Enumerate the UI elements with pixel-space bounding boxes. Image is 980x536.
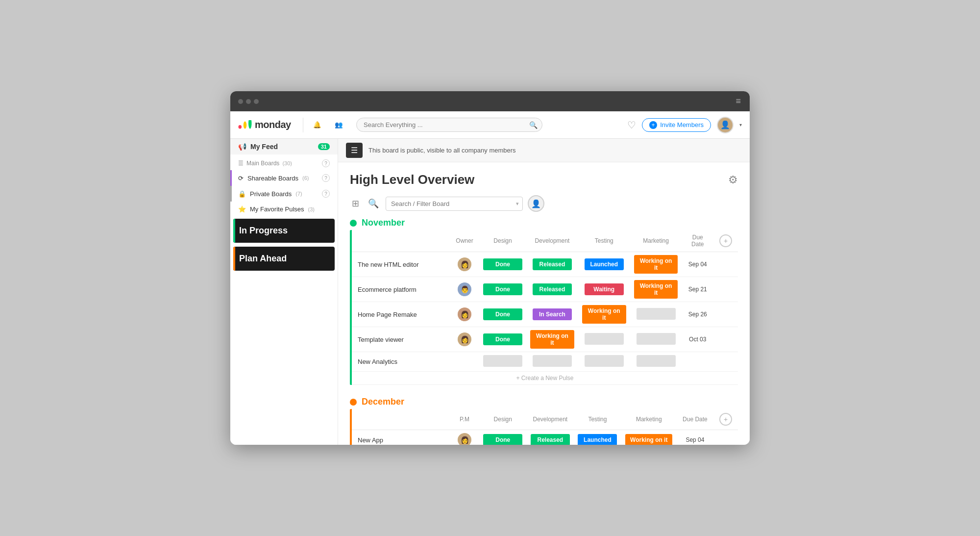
col-duedate-november: Due Date: [682, 230, 713, 252]
row-development-cell[interactable]: [526, 352, 578, 372]
row-development-cell[interactable]: Released: [526, 252, 578, 277]
sidebar-favorite-pulses[interactable]: ⭐ My Favorite Pulses (3): [230, 202, 338, 217]
list-icon: ☰: [238, 160, 244, 167]
browser-menu-icon: ≡: [735, 96, 742, 106]
private-boards-label: Private Boards: [250, 190, 292, 198]
row-marketing-cell[interactable]: [630, 327, 682, 352]
row-extra-cell: [713, 277, 738, 302]
row-avatar-cell: 👩: [450, 252, 479, 277]
notification-bell-button[interactable]: 🔔: [309, 117, 325, 133]
row-marketing-cell[interactable]: Working on it: [630, 252, 682, 277]
search-filter-icon: 🔍: [368, 199, 379, 208]
shareable-boards-count: (6): [302, 175, 309, 181]
sidebar-private-boards[interactable]: 🔒 Private Boards (7) ?: [230, 186, 338, 202]
group-dot-december: [350, 399, 357, 406]
favorites-heart-button[interactable]: ♡: [627, 119, 636, 131]
row-testing-cell[interactable]: Launched: [574, 430, 621, 445]
browser-window: ≡ monday 🔔 👥: [230, 91, 750, 445]
status-pill: Released: [533, 258, 572, 270]
search-input[interactable]: [356, 118, 542, 132]
row-due-date-cell: Sep 21: [682, 277, 713, 302]
add-column-button-december[interactable]: +: [719, 413, 732, 426]
board-settings-button[interactable]: ⚙: [728, 174, 738, 186]
board-header: High Level Overview ⚙: [338, 162, 750, 192]
svg-point-1: [244, 121, 247, 128]
group-header-december: December: [350, 397, 738, 407]
row-marketing-cell[interactable]: [630, 302, 682, 327]
owner-avatar: 👩: [458, 332, 471, 346]
row-development-cell[interactable]: Working on it: [526, 327, 578, 352]
row-extra-cell: [713, 252, 738, 277]
row-design-cell[interactable]: Done: [479, 252, 526, 277]
row-development-cell[interactable]: In Search: [526, 302, 578, 327]
row-name-cell[interactable]: New Analytics: [352, 352, 450, 372]
team-icon: 👥: [335, 121, 343, 128]
group-title-november: November: [362, 218, 405, 228]
table-row: Template viewer👩DoneWorking on itOct 03: [352, 327, 738, 352]
main-boards-help-icon[interactable]: ?: [322, 159, 330, 167]
create-pulse-november[interactable]: + Create a New Pulse: [352, 372, 738, 385]
row-development-cell[interactable]: Released: [527, 430, 574, 445]
person-filter-button[interactable]: 👤: [528, 195, 544, 212]
status-pill: Working on it: [582, 305, 626, 324]
row-marketing-cell[interactable]: [630, 352, 682, 372]
status-pill: Working on it: [625, 434, 672, 445]
filter-board-input[interactable]: [386, 197, 523, 211]
row-testing-cell[interactable]: [578, 327, 630, 352]
team-members-button[interactable]: 👥: [331, 117, 346, 133]
november-table: Owner Design Development Testing Marketi…: [352, 230, 738, 385]
hamburger-icon: ☰: [351, 146, 358, 154]
top-header: monday 🔔 👥 🔍 ♡ + Invite Members: [230, 111, 750, 139]
col-development-november: Development: [526, 230, 578, 252]
col-duedate-december: Due Date: [677, 409, 713, 430]
row-marketing-cell[interactable]: Working on it: [630, 277, 682, 302]
row-testing-cell[interactable]: Working on it: [578, 302, 630, 327]
main-boards-count: (30): [282, 160, 292, 166]
row-name-cell[interactable]: The new HTML editor: [352, 252, 450, 277]
row-name-cell[interactable]: Ecommerce platform: [352, 277, 450, 302]
sidebar-shareable-boards[interactable]: ⟳ Shareable Boards (6) ?: [230, 170, 338, 186]
group-dot-november: [350, 220, 357, 227]
row-testing-cell[interactable]: Launched: [578, 252, 630, 277]
hamburger-menu-button[interactable]: ☰: [346, 143, 363, 158]
row-design-cell[interactable]: Done: [479, 430, 527, 445]
row-design-cell[interactable]: [479, 352, 526, 372]
status-pill: Working on it: [530, 330, 574, 349]
sidebar-main-boards[interactable]: ☰ Main Boards (30) ?: [230, 154, 338, 170]
speaker-icon: 📢: [238, 143, 246, 151]
row-avatar-cell: 👨: [450, 277, 479, 302]
private-boards-count: (7): [295, 191, 302, 197]
user-avatar[interactable]: 👤: [717, 117, 734, 133]
row-design-cell[interactable]: Done: [479, 327, 526, 352]
row-design-cell[interactable]: Done: [479, 302, 526, 327]
invite-plus-icon: +: [649, 121, 657, 129]
group-section-november: November Owner Design Devel: [350, 218, 738, 385]
row-due-date-cell: [682, 352, 713, 372]
view-toggle-button[interactable]: ⊞: [350, 196, 361, 211]
my-feed-label: My Feed: [250, 143, 278, 151]
status-empty: [637, 333, 676, 345]
row-testing-cell[interactable]: Waiting: [578, 277, 630, 302]
avatar-icon: 👤: [720, 120, 730, 129]
shareable-boards-help-icon[interactable]: ?: [322, 174, 330, 182]
invite-members-button[interactable]: + Invite Members: [642, 118, 711, 132]
row-due-date-cell: Oct 03: [682, 327, 713, 352]
row-marketing-cell[interactable]: Working on it: [621, 430, 677, 445]
avatar-dropdown-arrow[interactable]: ▾: [739, 122, 742, 128]
row-design-cell[interactable]: Done: [479, 277, 526, 302]
row-name-cell[interactable]: Home Page Remake: [352, 302, 450, 327]
private-boards-help-icon[interactable]: ?: [322, 190, 330, 198]
search-filter-icon-button[interactable]: 🔍: [366, 196, 381, 211]
row-due-date-cell: Sep 26: [682, 302, 713, 327]
main-body: 📢 My Feed 31 ☰ Main Boards (30) ? ⟳ Shar…: [230, 139, 750, 445]
row-development-cell[interactable]: Released: [526, 277, 578, 302]
add-column-button-november[interactable]: +: [719, 234, 732, 247]
row-testing-cell[interactable]: [578, 352, 630, 372]
col-owner-november: Owner: [450, 230, 479, 252]
row-name-cell[interactable]: Template viewer: [352, 327, 450, 352]
col-testing-december: Testing: [574, 409, 621, 430]
row-name-cell[interactable]: New App: [352, 430, 450, 445]
sidebar-item-my-feed[interactable]: 📢 My Feed 31: [230, 139, 338, 154]
svg-point-0: [238, 125, 242, 128]
search-icon: 🔍: [529, 121, 538, 129]
